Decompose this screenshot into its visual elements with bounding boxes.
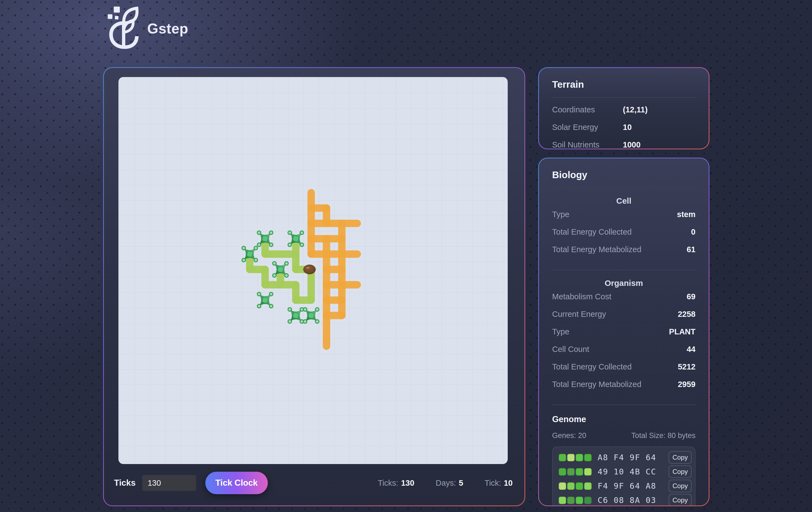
organism-collected-label: Total Energy Collected	[552, 362, 632, 371]
terrain-row-coordinates: Coordinates (12,11)	[552, 105, 695, 123]
gene-color-swatch	[584, 454, 591, 461]
organism-metabolism-label: Metabolism Cost	[552, 292, 611, 301]
ticks-input-label: Ticks	[114, 478, 136, 488]
gene-color-swatch	[567, 454, 575, 461]
ticks-input[interactable]	[142, 475, 196, 491]
stat-ticks-label: Ticks:	[378, 479, 398, 488]
world-canvas[interactable]	[118, 77, 508, 464]
gene-color-swatch	[567, 482, 575, 490]
terrain-solar-value: 10	[623, 123, 632, 132]
genome-total-size: Total Size: 80 bytes	[631, 431, 695, 440]
organism-cellcount-value: 44	[687, 345, 695, 354]
gene-color-swatch	[559, 454, 566, 461]
stat-days-label: Days:	[436, 479, 456, 488]
organism-energy-label: Current Energy	[552, 310, 606, 319]
biology-divider-1	[552, 187, 695, 188]
terrain-soil-value: 1000	[623, 140, 641, 149]
gene-row: 49 10 4B CCCopy	[559, 464, 692, 479]
cell-row-type: Type stem	[552, 210, 695, 228]
terrain-divider	[552, 97, 695, 97]
gene-color-swatch	[559, 468, 566, 476]
simulation-card: Ticks Tick Clock Ticks: 130 Days: 5 Tick…	[103, 67, 525, 506]
controls-bar: Ticks Tick Clock Ticks: 130 Days: 5 Tick…	[113, 468, 515, 498]
cell-metabolized-value: 61	[687, 245, 695, 254]
gene-row: F4 9F 64 A8Copy	[559, 479, 692, 493]
world-svg	[118, 77, 508, 464]
organism-collected-value: 5212	[678, 362, 695, 371]
terrain-solar-label: Solar Energy	[552, 123, 623, 132]
page: { "app": { "title": "Gstep" }, "terrain"…	[0, 0, 812, 512]
biology-title: Biology	[552, 170, 695, 180]
organism-row-collected: Total Energy Collected 5212	[552, 362, 695, 380]
gene-bytes: C6 08 8A 03	[598, 495, 656, 505]
cell-collected-label: Total Energy Collected	[552, 228, 632, 237]
stat-days: Days: 5	[436, 479, 463, 488]
organism-energy-value: 2258	[678, 310, 695, 319]
biology-divider-3	[552, 404, 695, 405]
gene-row: A8 F4 9F 64Copy	[559, 450, 692, 464]
cell-metabolized-label: Total Energy Metabolized	[552, 245, 641, 254]
stat-days-value: 5	[459, 479, 463, 488]
gene-color-swatch	[567, 496, 575, 504]
cell-row-collected: Total Energy Collected 0	[552, 228, 695, 245]
gene-bytes: A8 F4 9F 64	[598, 453, 656, 462]
terrain-soil-label: Soil Nutrients	[552, 140, 623, 149]
terrain-row-soil: Soil Nutrients 1000	[552, 140, 695, 149]
terrain-panel: Terrain Coordinates (12,11) Solar Energy…	[538, 67, 709, 149]
gene-copy-button[interactable]: Copy	[669, 451, 692, 464]
gene-color-swatch	[567, 468, 575, 476]
gene-color-swatch	[584, 482, 591, 490]
seed-cell[interactable]	[303, 265, 316, 274]
stat-tick-value: 10	[504, 479, 513, 488]
gene-color-swatch	[584, 468, 591, 476]
cell-section-heading: Cell	[552, 196, 695, 206]
terrain-coordinates-label: Coordinates	[552, 105, 623, 114]
organism-row-energy: Current Energy 2258	[552, 310, 695, 327]
stat-tick-label: Tick:	[485, 479, 501, 488]
organism-row-cellcount: Cell Count 44	[552, 345, 695, 362]
gene-color-swatch	[559, 482, 566, 490]
organism-row-metabolism: Metabolism Cost 69	[552, 292, 695, 310]
organism-type-value: PLANT	[669, 327, 695, 336]
biology-panel: Biology Cell Type stem Total Energy Coll…	[538, 158, 709, 506]
organism-metabolism-value: 69	[687, 292, 695, 301]
organism-metabolized-label: Total Energy Metabolized	[552, 380, 641, 389]
stat-tick: Tick: 10	[485, 479, 513, 488]
organism-row-type: Type PLANT	[552, 327, 695, 345]
terrain-row-solar: Solar Energy 10	[552, 123, 695, 140]
organism-section-heading: Organism	[552, 278, 695, 288]
gene-color-swatch	[576, 496, 583, 504]
organism-cellcount-label: Cell Count	[552, 345, 589, 354]
organism-metabolized-value: 2959	[678, 380, 695, 389]
tick-clock-button[interactable]: Tick Clock	[205, 472, 268, 494]
app-title: Gstep	[147, 20, 188, 37]
gene-bytes: F4 9F 64 A8	[598, 481, 656, 491]
gene-copy-button[interactable]: Copy	[669, 480, 692, 492]
gene-copy-button[interactable]: Copy	[669, 494, 692, 505]
genome-genes-count: Genes: 20	[552, 431, 586, 440]
gene-copy-button[interactable]: Copy	[669, 465, 692, 478]
gene-list[interactable]: A8 F4 9F 64Copy49 10 4B CCCopyF4 9F 64 A…	[552, 447, 695, 505]
gene-color-swatch	[559, 496, 566, 504]
gene-color-swatch	[584, 496, 591, 504]
terrain-coordinates-value: (12,11)	[623, 105, 647, 114]
genome-meta: Genes: 20 Total Size: 80 bytes	[552, 431, 695, 440]
gene-color-swatch	[576, 454, 583, 461]
app-logo-icon	[108, 6, 140, 51]
gene-row: C6 08 8A 03Copy	[559, 493, 692, 505]
cell-collected-value: 0	[691, 228, 695, 237]
cell-type-label: Type	[552, 210, 570, 219]
gene-color-swatch	[576, 482, 583, 490]
cell-type-value: stem	[677, 210, 695, 219]
clock-stats: Ticks: 130 Days: 5 Tick: 10	[378, 479, 514, 488]
stat-ticks-value: 130	[401, 479, 414, 488]
terrain-title: Terrain	[552, 79, 695, 90]
cell-row-metabolized: Total Energy Metabolized 61	[552, 245, 695, 263]
gene-bytes: 49 10 4B CC	[598, 467, 656, 476]
genome-title: Genome	[552, 415, 695, 424]
stat-ticks: Ticks: 130	[378, 479, 414, 488]
gene-color-swatch	[576, 468, 583, 476]
biology-divider-2	[552, 270, 695, 270]
app-header: Gstep	[108, 6, 188, 51]
organism-type-label: Type	[552, 327, 570, 336]
